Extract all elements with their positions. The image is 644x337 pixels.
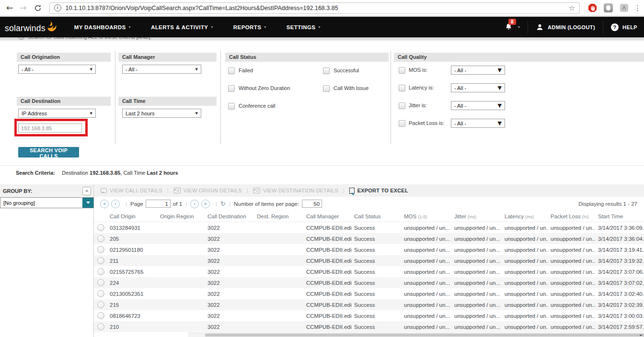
table-row[interactable]: 03132849313022CCMPUB-EDII.edii...Success… [94, 222, 644, 233]
table-row[interactable]: 2243022CCMPUB-EDII.edii...Successunsuppo… [94, 277, 644, 288]
checkbox-conference-call[interactable] [228, 103, 235, 110]
refresh-results-icon[interactable]: ↻ [220, 200, 226, 207]
table-row[interactable]: 2113022CCMPUB-EDII.edii...Successunsuppo… [94, 255, 644, 266]
column-header-latency[interactable]: Latency(ms) [502, 213, 548, 219]
column-header-label: Call Manager [306, 213, 339, 219]
notifications-chevron-icon[interactable]: ▾ [518, 25, 520, 29]
cell-call-origin: 211 [107, 258, 158, 264]
row-radio-button[interactable] [97, 301, 104, 308]
grouping-select[interactable]: [No grouping] [0, 197, 94, 208]
table-row[interactable]: 2103022CCMPUB-EDII.edii...Successunsuppo… [94, 321, 644, 332]
notifications-bell-icon[interactable]: 8 [504, 22, 513, 32]
nav-item-alerts-activity[interactable]: ALERTS & ACTIVITY▾ [151, 24, 213, 30]
next-page-button[interactable]: › [190, 200, 199, 208]
quality-select-jitter-is[interactable]: - All -▼ [451, 101, 505, 110]
column-header-jitter[interactable]: Jitter(ms) [452, 213, 502, 219]
collapse-sidebar-icon[interactable]: « [82, 187, 91, 195]
browser-refresh-icon[interactable] [34, 4, 42, 12]
row-radio-button[interactable] [97, 312, 104, 319]
column-header-mos[interactable]: MOS(1-5) [402, 213, 452, 219]
column-header-start-time[interactable]: Start Time [596, 213, 644, 219]
last-page-button[interactable]: » [201, 200, 210, 208]
pdf-extension-icon[interactable] [620, 3, 629, 12]
search-criteria-summary: Search Criteria:Destination 192.168.3.85… [16, 170, 178, 176]
cell-call-manager: CCMPUB-EDII.edii... [304, 280, 352, 286]
solarwinds-logo[interactable]: solarwinds [5, 21, 58, 34]
cell-call-status: Success [352, 291, 402, 297]
scrollbar-thumb[interactable] [205, 334, 644, 337]
row-radio-button[interactable] [97, 268, 104, 275]
column-header-call-manager[interactable]: Call Manager [304, 213, 352, 219]
cell-jitter: unsupported / un... [452, 225, 502, 231]
notification-count-badge: 8 [508, 19, 516, 25]
column-header-packet-loss[interactable]: Packet Loss(%) [548, 213, 596, 219]
call-manager-select[interactable]: - All - ▼ [122, 65, 201, 74]
grouping-caret-button[interactable] [82, 198, 93, 208]
table-row[interactable]: 2153022CCMPUB-EDII.edii...Successunsuppo… [94, 299, 644, 310]
cell-start-time: 3/14/2017 3:02:40. [596, 291, 644, 297]
page-number-input[interactable] [146, 200, 171, 208]
table-row[interactable]: 021295011803022CCMPUB-EDII.edii...Succes… [94, 244, 644, 255]
column-header-call-destination[interactable]: Call Destination [205, 213, 254, 219]
group-by-sidebar: GROUP BY: « [No grouping] [0, 184, 94, 337]
call-destination-type-select[interactable]: IP Address ▼ [18, 109, 96, 118]
first-page-button[interactable]: « [100, 200, 109, 208]
destination-ip-input[interactable] [18, 124, 82, 133]
screenshot-extension-icon[interactable] [604, 3, 613, 12]
quality-select-packet-loss-is[interactable]: - All -▼ [451, 119, 505, 128]
checkbox-without-zero-duration[interactable] [228, 85, 235, 92]
checkbox-failed[interactable] [228, 67, 235, 74]
column-header-origin-region[interactable]: Origin Region [158, 213, 205, 219]
row-radio-button[interactable] [97, 279, 104, 286]
page-info-icon[interactable]: i [54, 4, 61, 11]
horizontal-scrollbar[interactable]: ► [188, 333, 644, 337]
cell-jitter: unsupported / un... [452, 302, 502, 308]
table-row[interactable]: 08186467233022CCMPUB-EDII.edii...Success… [94, 310, 644, 321]
help-menu[interactable]: ? HELP [611, 23, 637, 31]
browser-menu-icon[interactable]: ⋮ [634, 4, 641, 12]
table-row[interactable]: 2053022CCMPUB-EDII.edii...Successunsuppo… [94, 233, 644, 244]
previous-page-button[interactable]: ‹ [111, 200, 120, 208]
row-radio-button[interactable] [97, 235, 104, 242]
items-per-page-input[interactable] [302, 200, 322, 208]
cell-call-origin: 02130052351 [107, 291, 158, 297]
nav-item-my-dashboards[interactable]: MY DASHBOARDS▾ [74, 24, 131, 30]
quality-select-latency-is[interactable]: - All -▼ [451, 83, 505, 92]
user-menu[interactable]: ADMIN (LOGOUT) [536, 23, 595, 31]
browser-forward-icon[interactable]: → [20, 4, 26, 12]
column-header-dest-region[interactable]: Dest. Region [254, 213, 304, 219]
toolbar-button-label: EXPORT TO EXCEL [357, 188, 408, 193]
checkbox-call-with-issue[interactable] [323, 85, 330, 92]
cell-jitter: unsupported / un... [452, 291, 502, 297]
nav-item-reports[interactable]: REPORTS▾ [233, 24, 266, 30]
table-row[interactable]: 021300523513022CCMPUB-EDII.edii...Succes… [94, 288, 644, 299]
checkbox-jitter-is[interactable] [399, 102, 405, 109]
table-row[interactable]: 021557257653022CCMPUB-EDII.edii...Succes… [94, 266, 644, 277]
row-radio-button[interactable] [97, 246, 104, 253]
column-header-call-origin[interactable]: Call Origin [107, 213, 158, 219]
cell-packet-loss: unsupported / un... [548, 313, 596, 319]
row-radio-button[interactable] [97, 290, 104, 297]
cell-packet-loss: unsupported / un... [548, 291, 596, 297]
nav-item-settings[interactable]: SETTINGS▾ [287, 24, 321, 30]
call-time-select[interactable]: Last 2 hours ▼ [122, 109, 201, 118]
checkbox-latency-is[interactable] [399, 85, 405, 91]
browser-back-icon[interactable]: ← [6, 4, 13, 12]
column-header-call-status[interactable]: Call Status [352, 213, 402, 219]
row-radio-button[interactable] [97, 257, 104, 264]
checkbox-successful[interactable] [323, 67, 330, 74]
chevron-down-icon: ▾ [129, 25, 131, 29]
adblock-extension-icon[interactable] [588, 3, 597, 12]
call-origination-select[interactable]: - All - ▼ [18, 65, 96, 74]
checkbox-mos-is[interactable] [399, 67, 405, 74]
checkbox-packet-loss-is[interactable] [399, 120, 405, 127]
row-radio-button[interactable] [97, 224, 104, 231]
address-bar[interactable]: i 10.1.10.13:8787/Orion/Voip/VoipCallSea… [49, 2, 580, 14]
scroll-right-icon[interactable]: ► [640, 333, 643, 337]
export-to-excel-button[interactable]: EXPORT TO EXCEL [349, 188, 408, 194]
quality-select-mos-is[interactable]: - All -▼ [451, 66, 505, 75]
bookmark-star-icon[interactable]: ☆ [569, 4, 575, 12]
search-criteria-label: Search Criteria: [16, 170, 55, 176]
row-radio-button[interactable] [97, 323, 104, 330]
search-voip-calls-button[interactable]: SEARCH VOIP CALLS [18, 147, 79, 157]
